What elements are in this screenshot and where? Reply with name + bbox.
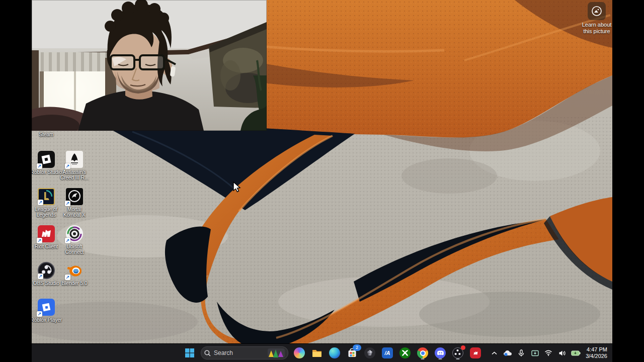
volume-icon[interactable]: [557, 348, 567, 358]
learn-about-picture[interactable]: Learn about this picture: [579, 2, 612, 35]
shortcut-arrow-icon: ↗: [65, 201, 70, 206]
shortcut-arrow-icon: ↗: [38, 274, 43, 279]
mortal-kombat-icon: ↗: [66, 188, 83, 205]
xbox-button[interactable]: [398, 346, 412, 359]
video-frame: { "learn_about_picture": { "line1": "Lea…: [0, 0, 644, 362]
desktop-icon-steam-label[interactable]: Steam: [32, 132, 62, 137]
shortcut-arrow-icon: ↗: [65, 275, 70, 280]
roblox-player-icon: ↗: [38, 299, 55, 316]
tray-date: 3/4/2026: [586, 353, 607, 359]
copilot-button[interactable]: [293, 346, 306, 359]
shortcut-arrow-icon: ↗: [65, 163, 70, 169]
copilot-icon: [294, 347, 305, 358]
riot-client-button[interactable]: [469, 346, 482, 359]
recording-badge: [461, 345, 465, 350]
running-indicator: [421, 358, 425, 360]
edge-icon: [329, 347, 340, 358]
desktop-icon-obs-studio[interactable]: ↗ OBS Studio: [32, 262, 62, 286]
league-of-legends-icon: ↗: [38, 188, 55, 205]
webcam-overlay: [32, 0, 267, 131]
search-placeholder: Search: [214, 349, 265, 356]
ia-blue-app-button[interactable]: /A: [381, 346, 394, 359]
file-explorer-button[interactable]: [310, 346, 324, 359]
learn-about-line2: this picture: [579, 28, 612, 35]
microsoft-store-button[interactable]: 2: [346, 346, 359, 359]
desktop-icon-ubisoft-connect[interactable]: ↗ Ubisoft Connect: [58, 225, 91, 255]
desktop: Learn about this picture Steam ↗ Roblox …: [32, 0, 612, 362]
learn-about-line1: Learn about: [579, 22, 612, 28]
shortcut-arrow-icon: ↗: [38, 200, 43, 205]
dark-emblem-app-button[interactable]: [363, 346, 376, 359]
shortcut-arrow-icon: ↗: [37, 238, 42, 243]
tray-time: 4:47 PM: [586, 346, 607, 353]
windows-update-icon[interactable]: [530, 348, 540, 358]
ia-blue-app-icon: /A: [382, 347, 393, 358]
taskbar: Search 2: [32, 343, 612, 362]
file-explorer-icon: [311, 347, 323, 358]
discord-button[interactable]: [434, 346, 447, 359]
desktop-icon-roblox-studio[interactable]: ↗ Roblox Studio: [32, 151, 62, 175]
riot-client-icon: [470, 347, 481, 358]
running-indicator: [439, 358, 442, 360]
desktop-icon-roblox-player[interactable]: ↗ Roblox Player: [32, 299, 62, 323]
store-notification-badge: 2: [353, 344, 361, 351]
discord-icon: [435, 347, 446, 358]
riot-client-icon: ↗: [38, 225, 55, 242]
shortcut-arrow-icon: ↗: [65, 238, 70, 243]
running-indicator: [456, 358, 460, 360]
edge-button[interactable]: [328, 346, 341, 359]
desktop-icon-league-of-legends[interactable]: ↗ League of Legends: [32, 188, 62, 218]
mouse-cursor: [232, 181, 242, 193]
microphone-icon[interactable]: [516, 348, 526, 358]
obs-studio-button[interactable]: [451, 346, 464, 359]
assassins-creed-icon: ↗: [66, 151, 83, 168]
ubisoft-connect-icon: ↗: [66, 225, 83, 242]
search-box[interactable]: Search: [201, 346, 288, 359]
blender-icon: ↗: [66, 262, 83, 279]
tray-clock[interactable]: 4:47 PM 3/4/2026: [584, 346, 607, 359]
roblox-studio-icon: ↗: [38, 151, 55, 168]
search-highlight-image: [268, 348, 285, 357]
dark-emblem-app-icon: [364, 347, 375, 358]
desktop-icon-blender[interactable]: ↗ Blender 5.0: [58, 262, 91, 286]
start-button[interactable]: [183, 346, 196, 359]
chrome-button[interactable]: [416, 346, 429, 359]
shortcut-arrow-icon: ↗: [37, 311, 42, 317]
shortcut-arrow-icon: ↗: [37, 163, 42, 169]
hidden-icons-chevron[interactable]: [489, 348, 499, 358]
battery-icon[interactable]: [571, 348, 581, 358]
obs-studio-icon: ↗: [38, 262, 55, 279]
picture-info-icon[interactable]: [588, 2, 606, 20]
desktop-icon-mortal-kombat-x[interactable]: ↗ Mortal Kombat X: [58, 188, 91, 218]
wifi-icon[interactable]: [543, 348, 553, 358]
desktop-icon-assassins-creed[interactable]: ↗ Assassin's Creed III R...: [58, 151, 91, 180]
chrome-icon: [417, 347, 428, 358]
xbox-icon: [399, 347, 411, 358]
onedrive-icon[interactable]: [503, 348, 513, 358]
search-icon: [204, 350, 211, 356]
desktop-icon-riot-client[interactable]: ↗ Riot Client: [32, 225, 62, 249]
